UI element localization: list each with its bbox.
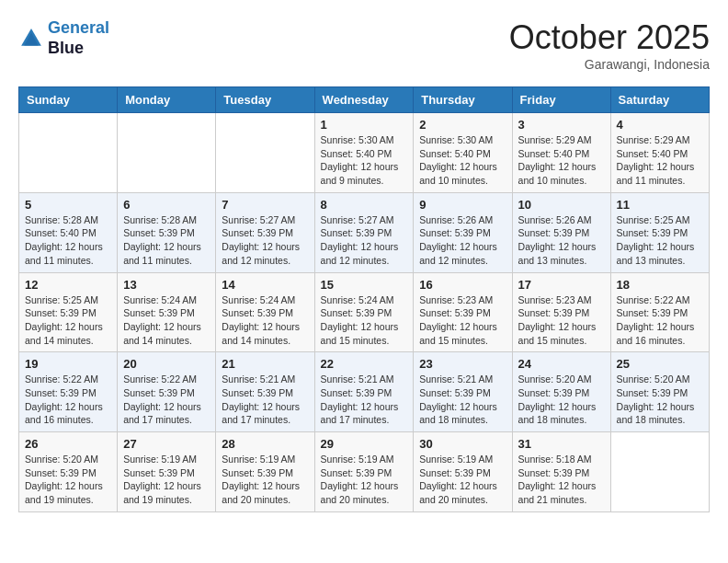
day-info: Sunrise: 5:24 AM Sunset: 5:39 PM Dayligh… [123,293,210,348]
day-info: Sunrise: 5:24 AM Sunset: 5:39 PM Dayligh… [321,293,408,348]
day-info: Sunrise: 5:19 AM Sunset: 5:39 PM Dayligh… [419,453,506,507]
calendar-cell: 9Sunrise: 5:26 AM Sunset: 5:39 PM Daylig… [414,192,512,272]
calendar-cell: 3Sunrise: 5:29 AM Sunset: 5:40 PM Daylig… [512,113,610,193]
day-number: 7 [222,198,308,212]
day-number: 27 [123,437,210,451]
calendar-cell: 20Sunrise: 5:22 AM Sunset: 5:39 PM Dayli… [118,352,216,432]
day-number: 11 [617,198,703,212]
logo: General Blue [18,18,109,58]
weekday-header-monday: Monday [118,87,216,113]
day-info: Sunrise: 5:30 AM Sunset: 5:40 PM Dayligh… [321,133,408,188]
day-info: Sunrise: 5:21 AM Sunset: 5:39 PM Dayligh… [321,373,408,427]
calendar-cell: 29Sunrise: 5:19 AM Sunset: 5:39 PM Dayli… [314,432,414,512]
day-info: Sunrise: 5:20 AM Sunset: 5:39 PM Dayligh… [518,373,605,427]
day-info: Sunrise: 5:18 AM Sunset: 5:39 PM Dayligh… [518,453,605,507]
calendar-cell: 12Sunrise: 5:25 AM Sunset: 5:39 PM Dayli… [19,272,118,352]
calendar-cell: 24Sunrise: 5:20 AM Sunset: 5:39 PM Dayli… [512,352,610,432]
day-info: Sunrise: 5:27 AM Sunset: 5:39 PM Dayligh… [222,213,308,268]
calendar-cell: 21Sunrise: 5:21 AM Sunset: 5:39 PM Dayli… [216,352,314,432]
day-info: Sunrise: 5:22 AM Sunset: 5:39 PM Dayligh… [617,293,703,348]
day-info: Sunrise: 5:28 AM Sunset: 5:40 PM Dayligh… [25,213,111,268]
day-info: Sunrise: 5:23 AM Sunset: 5:39 PM Dayligh… [518,293,605,348]
calendar-cell: 13Sunrise: 5:24 AM Sunset: 5:39 PM Dayli… [118,272,216,352]
weekday-header-sunday: Sunday [19,87,118,113]
day-number: 25 [617,357,703,371]
day-info: Sunrise: 5:26 AM Sunset: 5:39 PM Dayligh… [518,213,605,268]
calendar-cell: 22Sunrise: 5:21 AM Sunset: 5:39 PM Dayli… [314,352,414,432]
day-info: Sunrise: 5:22 AM Sunset: 5:39 PM Dayligh… [123,373,210,427]
day-info: Sunrise: 5:21 AM Sunset: 5:39 PM Dayligh… [222,373,308,427]
month-title: October 2025 [509,18,710,57]
calendar-cell: 14Sunrise: 5:24 AM Sunset: 5:39 PM Dayli… [216,272,314,352]
day-info: Sunrise: 5:29 AM Sunset: 5:40 PM Dayligh… [518,133,605,188]
day-info: Sunrise: 5:19 AM Sunset: 5:39 PM Dayligh… [123,453,210,507]
calendar-week-row: 5Sunrise: 5:28 AM Sunset: 5:40 PM Daylig… [19,192,710,272]
calendar-cell [19,113,118,193]
calendar-cell: 2Sunrise: 5:30 AM Sunset: 5:40 PM Daylig… [414,113,512,193]
day-number: 22 [321,357,408,371]
day-number: 24 [518,357,605,371]
calendar-cell: 23Sunrise: 5:21 AM Sunset: 5:39 PM Dayli… [414,352,512,432]
title-section: October 2025 Garawangi, Indonesia [509,18,710,72]
day-info: Sunrise: 5:25 AM Sunset: 5:39 PM Dayligh… [25,293,111,348]
day-number: 14 [222,278,308,292]
day-number: 29 [321,437,408,451]
weekday-header-wednesday: Wednesday [314,87,414,113]
day-info: Sunrise: 5:26 AM Sunset: 5:39 PM Dayligh… [419,213,506,268]
day-number: 28 [222,437,308,451]
calendar-cell: 28Sunrise: 5:19 AM Sunset: 5:39 PM Dayli… [216,432,314,512]
calendar-cell: 26Sunrise: 5:20 AM Sunset: 5:39 PM Dayli… [19,432,118,512]
day-number: 13 [123,278,210,292]
day-number: 12 [25,278,111,292]
day-info: Sunrise: 5:28 AM Sunset: 5:39 PM Dayligh… [123,213,210,268]
day-info: Sunrise: 5:20 AM Sunset: 5:39 PM Dayligh… [25,453,111,507]
day-number: 15 [321,278,408,292]
calendar-cell [118,113,216,193]
logo-icon [18,26,44,52]
calendar-cell: 8Sunrise: 5:27 AM Sunset: 5:39 PM Daylig… [314,192,414,272]
day-number: 21 [222,357,308,371]
day-info: Sunrise: 5:23 AM Sunset: 5:39 PM Dayligh… [419,293,506,348]
day-info: Sunrise: 5:19 AM Sunset: 5:39 PM Dayligh… [222,453,308,507]
day-number: 2 [419,118,506,132]
weekday-header-saturday: Saturday [610,87,709,113]
day-number: 30 [419,437,506,451]
calendar-week-row: 1Sunrise: 5:30 AM Sunset: 5:40 PM Daylig… [19,113,710,193]
calendar-cell: 25Sunrise: 5:20 AM Sunset: 5:39 PM Dayli… [610,352,709,432]
calendar-cell: 31Sunrise: 5:18 AM Sunset: 5:39 PM Dayli… [512,432,610,512]
weekday-header-friday: Friday [512,87,610,113]
page-header: General Blue October 2025 Garawangi, Ind… [18,18,710,72]
calendar-cell: 5Sunrise: 5:28 AM Sunset: 5:40 PM Daylig… [19,192,118,272]
day-info: Sunrise: 5:29 AM Sunset: 5:40 PM Dayligh… [617,133,703,188]
day-number: 5 [25,198,111,212]
day-number: 6 [123,198,210,212]
calendar-week-row: 26Sunrise: 5:20 AM Sunset: 5:39 PM Dayli… [19,432,710,512]
calendar-cell: 11Sunrise: 5:25 AM Sunset: 5:39 PM Dayli… [610,192,709,272]
calendar-cell: 15Sunrise: 5:24 AM Sunset: 5:39 PM Dayli… [314,272,414,352]
day-number: 9 [419,198,506,212]
day-number: 19 [25,357,111,371]
day-number: 10 [518,198,605,212]
calendar-cell: 19Sunrise: 5:22 AM Sunset: 5:39 PM Dayli… [19,352,118,432]
weekday-header-tuesday: Tuesday [216,87,314,113]
day-info: Sunrise: 5:21 AM Sunset: 5:39 PM Dayligh… [419,373,506,427]
day-info: Sunrise: 5:22 AM Sunset: 5:39 PM Dayligh… [25,373,111,427]
day-number: 23 [419,357,506,371]
calendar-cell: 6Sunrise: 5:28 AM Sunset: 5:39 PM Daylig… [118,192,216,272]
day-number: 1 [321,118,408,132]
day-info: Sunrise: 5:30 AM Sunset: 5:40 PM Dayligh… [419,133,506,188]
calendar-week-row: 12Sunrise: 5:25 AM Sunset: 5:39 PM Dayli… [19,272,710,352]
calendar-cell: 18Sunrise: 5:22 AM Sunset: 5:39 PM Dayli… [610,272,709,352]
location: Garawangi, Indonesia [509,57,710,72]
calendar-cell: 27Sunrise: 5:19 AM Sunset: 5:39 PM Dayli… [118,432,216,512]
calendar-cell: 10Sunrise: 5:26 AM Sunset: 5:39 PM Dayli… [512,192,610,272]
calendar-cell [610,432,709,512]
day-info: Sunrise: 5:27 AM Sunset: 5:39 PM Dayligh… [321,213,408,268]
calendar-cell [216,113,314,193]
day-number: 16 [419,278,506,292]
day-info: Sunrise: 5:20 AM Sunset: 5:39 PM Dayligh… [617,373,703,427]
day-number: 8 [321,198,408,212]
calendar-table: SundayMondayTuesdayWednesdayThursdayFrid… [18,86,710,512]
weekday-header-thursday: Thursday [414,87,512,113]
logo-text: General Blue [48,18,109,58]
